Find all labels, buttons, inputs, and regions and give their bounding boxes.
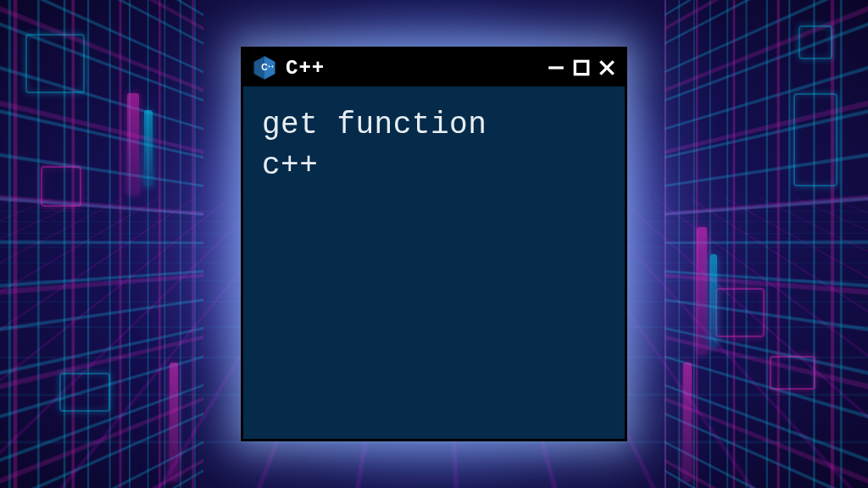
bg-wall-left xyxy=(0,0,203,488)
bg-wall-right xyxy=(665,0,868,488)
terminal-window: C + + C++ get function c++ xyxy=(241,47,627,441)
svg-text:+: + xyxy=(271,64,274,69)
titlebar[interactable]: C + + C++ xyxy=(243,49,625,86)
window-title: C++ xyxy=(286,57,538,80)
minimize-button[interactable] xyxy=(547,58,565,77)
close-button[interactable] xyxy=(598,58,616,77)
cpp-logo-icon: C + + xyxy=(252,55,277,80)
svg-text:+: + xyxy=(268,64,270,69)
svg-rect-6 xyxy=(575,61,587,74)
svg-text:C: C xyxy=(261,63,268,72)
maximize-button[interactable] xyxy=(572,58,591,77)
content-line-1: get function xyxy=(262,105,606,146)
content-line-2: c++ xyxy=(262,146,606,186)
window-controls xyxy=(547,58,616,77)
terminal-content: get function c++ xyxy=(243,86,625,204)
